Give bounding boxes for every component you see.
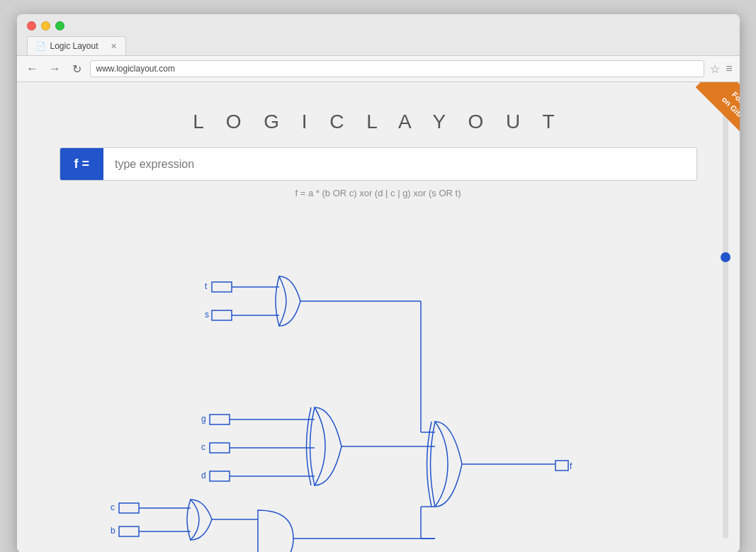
label-c-mid: c (201, 442, 205, 452)
maximize-button[interactable] (55, 21, 64, 30)
fork-ribbon-label: Fork meon GitHub (695, 82, 739, 152)
tab-page-icon: 📄 (36, 42, 46, 51)
svg-rect-16 (119, 503, 139, 513)
scrollbar-thumb[interactable] (721, 252, 730, 262)
nav-bar: ← → ↻ www.logiclayout.com ☆ ≡ (17, 56, 740, 82)
refresh-button[interactable]: ↻ (69, 61, 84, 77)
page-content: Fork meon GitHub L O G I C L A Y O U T f… (17, 82, 740, 552)
bookmark-icon[interactable]: ☆ (710, 62, 720, 76)
page-title: L O G I C L A Y O U T (17, 82, 740, 147)
minimize-button[interactable] (41, 21, 50, 30)
title-bar: 📄 Logic Layout ✕ (17, 14, 740, 56)
svg-rect-7 (210, 443, 230, 453)
address-text: www.logiclayout.com (96, 64, 699, 74)
tab-title: Logic Layout (50, 41, 98, 51)
active-tab[interactable]: 📄 Logic Layout ✕ (27, 36, 126, 55)
menu-icon[interactable]: ≡ (726, 62, 732, 76)
svg-rect-9 (210, 471, 230, 481)
close-button[interactable] (27, 21, 36, 30)
scrollbar-track[interactable] (723, 96, 728, 539)
tab-close-icon[interactable]: ✕ (111, 42, 117, 51)
svg-rect-5 (210, 415, 230, 424)
forward-button[interactable]: → (47, 61, 64, 77)
label-c-bot: c (111, 502, 115, 512)
back-button[interactable]: ← (24, 61, 41, 77)
expression-input[interactable] (103, 150, 696, 179)
nav-extras: ☆ ≡ (710, 62, 732, 76)
label-f: f (570, 461, 572, 471)
browser-window: 📄 Logic Layout ✕ ← → ↻ www.logiclayout.c… (17, 14, 740, 552)
traffic-lights (27, 21, 730, 30)
svg-rect-27 (555, 461, 568, 471)
circuit-diagram: t s g (17, 213, 740, 552)
circuit-svg: t s g (17, 213, 740, 552)
label-b: b (111, 526, 115, 536)
svg-rect-0 (212, 282, 232, 292)
f-label: f = (60, 148, 104, 180)
label-s: s (205, 310, 209, 320)
address-bar[interactable]: www.logiclayout.com (90, 60, 705, 77)
label-d: d (201, 471, 206, 480)
svg-rect-2 (212, 310, 232, 320)
expression-bar: f = (60, 147, 697, 181)
fork-ribbon[interactable]: Fork meon GitHub (669, 82, 740, 153)
svg-rect-18 (119, 526, 139, 536)
label-g: g (201, 414, 206, 424)
expression-hint: f = a * (b OR c) xor (d | c | g) xor (s … (17, 188, 740, 198)
label-t: t (205, 281, 208, 291)
tab-bar: 📄 Logic Layout ✕ (27, 36, 730, 55)
